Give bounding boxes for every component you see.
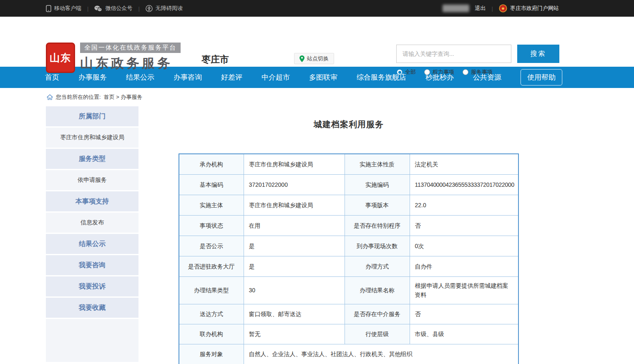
nav-item[interactable]: 办事咨询 [174, 73, 202, 82]
breadcrumb-link[interactable]: 办事服务 [121, 94, 142, 100]
sidebar-item[interactable]: 依申请服务 [46, 170, 138, 190]
field-label: 行使层级 [345, 324, 410, 344]
sidebar-item[interactable]: 我要收藏 [46, 298, 138, 318]
breadcrumb-prefix: 您当前所在的位置: [56, 93, 101, 101]
nav-item[interactable]: 首页 [45, 73, 59, 82]
nav-item[interactable]: 好差评 [221, 73, 242, 82]
site-logo[interactable]: 山东 全国一体化在线政务服务平台 山东政务服务 [46, 43, 181, 73]
field-label: 是否存在中介服务 [345, 304, 410, 324]
field-label: 服务对象 [179, 344, 244, 364]
field-label: 事项版本 [345, 195, 410, 215]
mobile-icon [46, 5, 51, 12]
breadcrumb-links: 首页 > 办事服务 [104, 93, 143, 101]
topbar-link-accessibility[interactable]: 无障碍阅读 [146, 5, 183, 12]
topbar-links: 移动客户端|微信公众号|无障碍阅读 [46, 5, 183, 12]
nav-item[interactable]: 中介超市 [262, 73, 290, 82]
sidebar-item[interactable]: 我要投诉 [46, 276, 138, 296]
city-name: 枣庄市 [201, 53, 229, 66]
home-icon [47, 94, 53, 100]
sidebar-filler [46, 319, 138, 362]
table-row: 送达方式窗口领取、邮寄送达是否存在中介服务否 [179, 304, 518, 324]
sidebar-item[interactable]: 信息发布 [46, 213, 138, 233]
wechat-icon [94, 5, 102, 12]
topbar-separator: | [87, 5, 88, 12]
search-scope-radio[interactable]: 服务事项 [463, 68, 493, 76]
sidebar-item[interactable]: 本事项支持 [46, 191, 138, 211]
field-value: 枣庄市住房和城乡建设局 [244, 154, 345, 174]
topbar: 移动客户端|微信公众号|无障碍阅读 退出 | ★ 枣庄市政府门户网站 [0, 0, 634, 17]
field-label: 实施编码 [345, 174, 410, 195]
sidebar-item[interactable]: 枣庄市住房和城乡建设局 [46, 128, 138, 148]
search-button[interactable]: 搜索 [517, 45, 559, 63]
nav-item[interactable]: 使用帮助 [521, 69, 562, 85]
sidebar-item[interactable]: 服务类型 [46, 149, 138, 169]
national-emblem-icon: ★ [499, 4, 507, 13]
topbar-link-label: 微信公众号 [105, 5, 132, 12]
content-area: 所属部门枣庄市住房和城乡建设局服务类型依申请服务本事项支持信息发布结果公示我要咨… [0, 106, 634, 364]
username-masked [443, 5, 469, 12]
radio-icon [463, 69, 468, 75]
search-scope-radio[interactable]: 全部 [397, 68, 416, 76]
service-detail-table: 承办机构枣庄市住房和城乡建设局实施主体性质法定机关基本编码37201702200… [179, 153, 519, 364]
topbar-separator: | [138, 5, 139, 12]
topbar-link-wechat[interactable]: 微信公众号 [94, 5, 132, 12]
topbar-user-area: 退出 | ★ 枣庄市政府门户网站 [443, 4, 559, 13]
field-value: 法定机关 [410, 154, 518, 174]
radio-label: 全部 [405, 68, 416, 76]
field-value: 根据申请人员需要提供所需城建档案资料 [410, 276, 518, 304]
field-label: 是否进驻政务大厅 [179, 256, 244, 276]
field-value: 在用 [244, 215, 345, 236]
portal-link[interactable]: ★ 枣庄市政府门户网站 [499, 4, 559, 13]
topbar-link-mobile[interactable]: 移动客户端 [46, 5, 81, 12]
search-scope-radio[interactable]: 权力事项 [424, 68, 454, 76]
field-label: 送达方式 [179, 304, 244, 324]
sidebar-item[interactable]: 所属部门 [46, 106, 138, 126]
nav-item[interactable]: 结果公示 [126, 73, 154, 82]
sidebar: 所属部门枣庄市住房和城乡建设局服务类型依申请服务本事项支持信息发布结果公示我要咨… [46, 106, 138, 362]
field-label: 实施主体性质 [345, 154, 410, 174]
topbar-link-label: 无障碍阅读 [156, 5, 183, 12]
field-label: 联办机构 [179, 324, 244, 344]
table-row: 基本编码372017022000实施编码11370400004236555333… [179, 174, 518, 195]
table-row: 是否进驻政务大厅是办理方式自办件 [179, 256, 518, 276]
logout-button[interactable]: 退出 [475, 5, 486, 12]
field-label: 办理结果类型 [179, 276, 244, 304]
shandong-seal-icon: 山东 [46, 43, 75, 73]
svg-text:★: ★ [501, 6, 505, 11]
field-value: 窗口领取、邮寄送达 [244, 304, 345, 324]
field-value: 11370400004236555333372017022000 [410, 174, 518, 195]
main-panel: 城建档案利用服务 承办机构枣庄市住房和城乡建设局实施主体性质法定机关基本编码37… [138, 106, 519, 364]
search-scope-options: 全部权力事项服务事项 [397, 68, 493, 76]
field-label: 办理结果名称 [345, 276, 410, 304]
breadcrumb-link[interactable]: 首页 [104, 94, 115, 100]
topbar-separator: | [492, 5, 493, 12]
topbar-link-label: 移动客户端 [54, 5, 81, 12]
site-header: 山东 全国一体化在线政务服务平台 山东政务服务 枣庄市 站点切换 搜索 全部权力… [0, 17, 634, 67]
search-input[interactable] [396, 45, 511, 63]
field-value: 否 [410, 215, 518, 236]
table-row: 是否公示是到办事现场次数0次 [179, 236, 518, 256]
table-row: 事项状态在用是否存在特别程序否 [179, 215, 518, 236]
sidebar-item[interactable]: 我要咨询 [46, 255, 138, 275]
nav-item[interactable]: 多图联审 [309, 73, 337, 82]
field-label: 是否存在特别程序 [345, 215, 410, 236]
site-switch-button[interactable]: 站点切换 [294, 53, 334, 64]
site-switch-label: 站点切换 [307, 55, 329, 63]
field-label: 办理方式 [345, 256, 410, 276]
field-value: 暂无 [244, 324, 345, 344]
table-row: 实施主体枣庄市住房和城乡建设局事项版本22.0 [179, 195, 518, 215]
field-value: 22.0 [410, 195, 518, 215]
field-label: 承办机构 [179, 154, 244, 174]
radio-icon [424, 69, 430, 75]
breadcrumb-separator: > [115, 94, 121, 100]
field-value: 自办件 [410, 256, 518, 276]
nav-item[interactable]: 办事服务 [78, 73, 107, 82]
field-value: 0次 [410, 236, 518, 256]
field-value: 自然人、企业法人、事业法人、社团法人、行政机关、其他组织 [244, 344, 518, 364]
sidebar-item[interactable]: 结果公示 [46, 234, 138, 254]
table-row: 联办机构暂无行使层级市级、县级 [179, 324, 518, 344]
field-value: 372017022000 [244, 174, 345, 195]
site-name: 山东政务服务 [80, 55, 181, 72]
radio-label: 服务事项 [471, 68, 493, 76]
field-label: 事项状态 [179, 215, 244, 236]
